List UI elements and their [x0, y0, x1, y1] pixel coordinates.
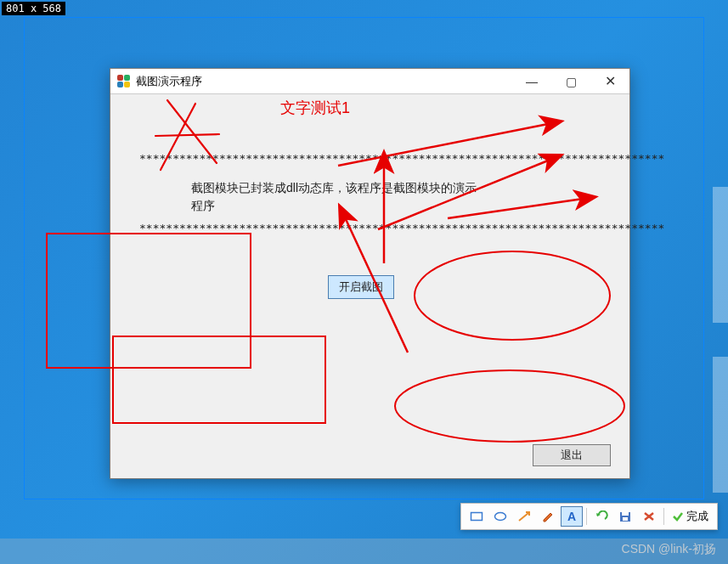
- tool-save[interactable]: [614, 506, 636, 527]
- exit-button[interactable]: 退出: [533, 444, 611, 466]
- svg-rect-13: [622, 512, 629, 516]
- start-screenshot-button[interactable]: 开启截图: [328, 275, 394, 299]
- window-body: 文字测试1 **********************************…: [110, 94, 629, 478]
- maximize-button[interactable]: ▢: [551, 69, 590, 94]
- tool-text[interactable]: A: [561, 506, 583, 527]
- demo-app-window: 截图演示程序 — ▢ ✕ 文字测试1 *********************…: [110, 68, 630, 479]
- tool-ellipse[interactable]: [489, 506, 511, 527]
- tool-undo[interactable]: [590, 506, 612, 527]
- description-text: 截图模块已封装成dll动态库，该程序是截图模块的演示 程序: [191, 179, 531, 215]
- window-controls: — ▢ ✕: [512, 69, 629, 94]
- titlebar[interactable]: 截图演示程序 — ▢ ✕: [110, 69, 629, 94]
- tool-cancel[interactable]: [638, 506, 660, 527]
- selection-dimensions-label: 801 x 568: [2, 2, 65, 15]
- taskbar: [0, 539, 728, 564]
- svg-point-10: [495, 513, 506, 521]
- annotation-text-1: 文字测试1: [280, 98, 350, 118]
- done-label: 完成: [686, 509, 708, 524]
- tool-arrow[interactable]: [513, 506, 535, 527]
- divider-asterisks-bottom: ****************************************…: [139, 222, 664, 234]
- svg-rect-9: [471, 513, 483, 521]
- tool-rectangle[interactable]: [466, 506, 488, 527]
- svg-line-11: [519, 513, 528, 521]
- svg-rect-14: [623, 517, 628, 521]
- tool-confirm[interactable]: 完成: [667, 506, 714, 527]
- desktop-background-decoration: [713, 136, 728, 539]
- app-icon: [117, 75, 131, 88]
- close-button[interactable]: ✕: [590, 69, 629, 94]
- divider-asterisks-top: ****************************************…: [139, 152, 664, 165]
- watermark: CSDN @link-初扬: [622, 542, 716, 557]
- tool-pencil[interactable]: [537, 506, 559, 527]
- window-title: 截图演示程序: [136, 74, 202, 89]
- minimize-button[interactable]: —: [512, 69, 551, 94]
- annotation-toolbar: A 完成: [460, 503, 718, 530]
